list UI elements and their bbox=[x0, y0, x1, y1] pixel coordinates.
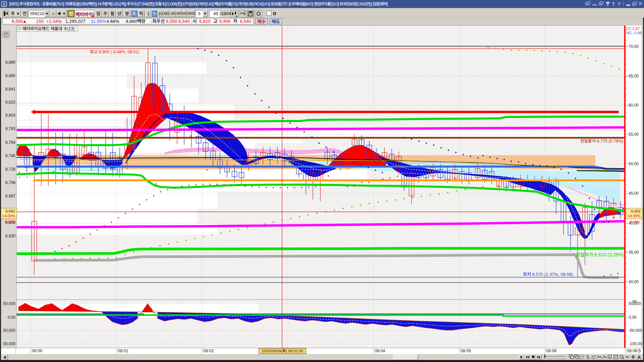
svg-text:+4.09%: +4.09% bbox=[2, 214, 15, 218]
svg-text:55,00: 55,00 bbox=[629, 132, 639, 137]
svg-text:메타바이오메드 매물대 수(13): 메타바이오메드 매물대 수(13) bbox=[22, 26, 75, 31]
svg-text:-50,000: -50,000 bbox=[629, 328, 642, 333]
svg-text:50,000: 50,000 bbox=[3, 301, 15, 306]
svg-text:6,783: 6,783 bbox=[5, 126, 15, 131]
svg-text:최저 6,570 (1.37%, 08:06): 최저 6,570 (1.37%, 08:06) bbox=[523, 272, 573, 277]
svg-text:08:00: 08:00 bbox=[32, 349, 42, 353]
svg-text:6,745: 6,745 bbox=[5, 154, 15, 158]
svg-text:6,764: 6,764 bbox=[5, 140, 15, 145]
svg-text:45,00: 45,00 bbox=[629, 191, 639, 196]
svg-text:A: A bbox=[637, 354, 641, 360]
svg-text:HC:-3,48: HC:-3,48 bbox=[626, 31, 642, 35]
svg-text:00,000: 00,000 bbox=[3, 342, 15, 346]
svg-text:50,00: 50,00 bbox=[629, 162, 639, 166]
svg-text:4,06%: 4,06% bbox=[630, 220, 640, 224]
svg-text:당일시가 6,610 (3.28%): 당일시가 6,610 (3.28%) bbox=[576, 252, 624, 257]
svg-text:6,726: 6,726 bbox=[5, 167, 15, 172]
svg-text:0,00: 0,00 bbox=[629, 315, 637, 320]
svg-text:2025/09/09(화) 08:02:55: 2025/09/09(화) 08:02:55 bbox=[262, 349, 303, 353]
svg-text:08:06: 08:06 bbox=[546, 349, 556, 353]
svg-text:6,687: 6,687 bbox=[5, 194, 15, 198]
svg-text:6,662: 6,662 bbox=[5, 209, 15, 213]
svg-text:08:05: 08:05 bbox=[461, 349, 471, 353]
svg-text:6,803: 6,803 bbox=[5, 113, 15, 118]
svg-text:+4.09%: +4.09% bbox=[628, 214, 641, 218]
svg-text:08:02: 08:02 bbox=[203, 349, 214, 353]
svg-text:6,822: 6,822 bbox=[5, 100, 15, 105]
svg-text:4.06%: 4.06% bbox=[5, 220, 15, 224]
svg-text:65,00: 65,00 bbox=[629, 74, 639, 78]
svg-text:30,00: 30,00 bbox=[629, 280, 639, 284]
svg-text:6,706: 6,706 bbox=[5, 180, 15, 185]
svg-text:08:06:5: 08:06:5 bbox=[627, 349, 641, 353]
svg-text:50,000: 50,000 bbox=[3, 328, 15, 333]
svg-text:전일종가 6,770 (5.78%): 전일종가 6,770 (5.78%) bbox=[580, 139, 623, 143]
svg-text:08:01: 08:01 bbox=[118, 349, 128, 353]
svg-text:?: ? bbox=[618, 1, 621, 7]
svg-text:T: T bbox=[612, 2, 615, 7]
svg-text:08:04: 08:04 bbox=[375, 349, 385, 353]
svg-text:6,630: 6,630 bbox=[5, 234, 15, 238]
svg-text:60,00: 60,00 bbox=[629, 103, 639, 108]
svg-text:6,860: 6,860 bbox=[5, 73, 15, 78]
svg-text:0,00: 0,00 bbox=[8, 315, 16, 320]
svg-text:6,662: 6,662 bbox=[631, 209, 641, 213]
svg-text:1: 1 bbox=[3, 2, 5, 6]
svg-text:LC:1,37: LC:1,37 bbox=[626, 26, 640, 31]
svg-text:70,00: 70,00 bbox=[629, 44, 639, 49]
svg-text:6,880: 6,880 bbox=[5, 60, 15, 65]
svg-text:6,841: 6,841 bbox=[5, 87, 15, 92]
svg-text:-100,00: -100,00 bbox=[629, 342, 642, 346]
svg-text:35,00: 35,00 bbox=[629, 250, 639, 255]
svg-text:최고 6,900 (-3.48%, 08:01): 최고 6,900 (-3.48%, 08:01) bbox=[90, 50, 139, 54]
